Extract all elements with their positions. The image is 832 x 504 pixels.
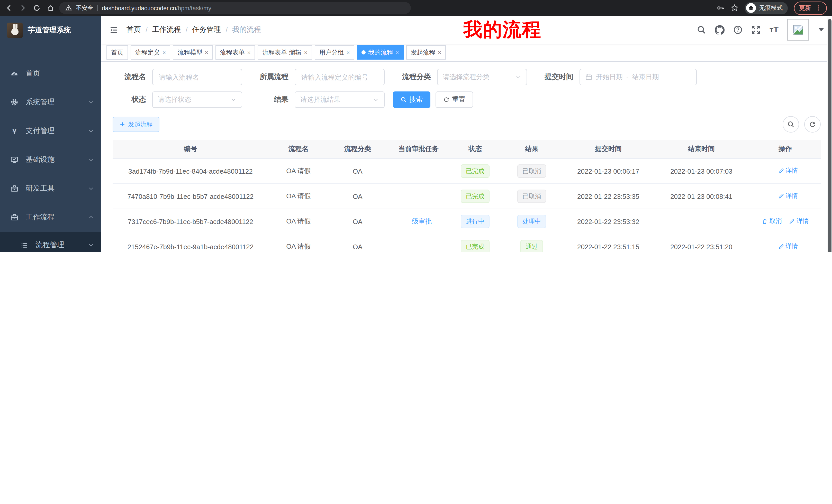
cell-end-time: 2022-01-22 23:51:20 [653, 234, 750, 252]
incognito-badge: 无痕模式 [745, 2, 788, 14]
sidebar-item-workflow[interactable]: 工作流程 [0, 203, 101, 232]
column-header: 提交时间 [564, 140, 653, 159]
process-name-input-field[interactable] [158, 73, 237, 81]
status-select[interactable]: 请选择状态 [152, 91, 242, 108]
breadcrumb-item[interactable]: 任务管理 [192, 25, 221, 34]
reset-button[interactable]: 重置 [436, 91, 473, 108]
process-def-input-field[interactable] [300, 73, 379, 81]
toggle-search-button[interactable] [783, 116, 799, 133]
table-row: 3ad174fb-7b9d-11ec-8404-acde48001122 OA … [113, 159, 821, 184]
close-icon[interactable] [304, 50, 308, 55]
column-header: 状态 [450, 140, 500, 159]
sidebar-item-process-mgmt[interactable]: 流程管理 [0, 232, 101, 252]
tab[interactable]: 流程模型 [173, 45, 213, 60]
fullscreen-icon[interactable] [752, 25, 761, 34]
help-icon[interactable] [733, 25, 743, 34]
close-icon[interactable] [247, 50, 251, 55]
close-icon[interactable] [395, 50, 399, 55]
tab[interactable]: 流程定义 [131, 45, 171, 60]
sidebar-item-system[interactable]: 系统管理 [0, 88, 101, 117]
browser-forward-icon[interactable] [19, 4, 27, 12]
detail-link[interactable]: 详情 [778, 192, 798, 201]
breadcrumb-item[interactable]: 首页 [127, 25, 141, 34]
process-def-input[interactable] [295, 69, 385, 85]
detail-link[interactable]: 详情 [778, 242, 798, 251]
cell-category: OA [329, 159, 387, 184]
category-select[interactable]: 请选择流程分类 [437, 69, 527, 85]
search-icon[interactable] [697, 25, 706, 34]
create-process-button[interactable]: 发起流程 [113, 117, 159, 132]
incognito-icon [748, 5, 754, 11]
browser-home-icon[interactable] [47, 4, 54, 12]
sidebar-item-home[interactable]: 首页 [0, 59, 101, 88]
update-label: 更新 [799, 4, 811, 12]
tab[interactable]: 发起流程 [406, 45, 446, 60]
status-badge: 已完成 [461, 190, 490, 203]
process-name-input[interactable] [152, 69, 242, 85]
browser-menu-icon[interactable] [815, 5, 822, 11]
annotation-title: 我的流程 [463, 17, 542, 43]
address-bar[interactable]: 不安全 dashboard.yudao.iocoder.cn/bpm/task/… [59, 2, 411, 14]
end-date-placeholder: 结束日期 [632, 73, 659, 82]
refresh-table-button[interactable] [804, 116, 821, 133]
browser-back-icon[interactable] [5, 4, 13, 12]
cancel-link-label: 取消 [770, 217, 782, 226]
chevron-up-icon [88, 214, 94, 220]
filter-category-label: 流程分类 [400, 73, 431, 82]
search-button[interactable]: 搜索 [393, 91, 431, 108]
update-button[interactable]: 更新 [794, 1, 827, 15]
current-task-link[interactable]: 一级审批 [405, 217, 432, 225]
start-date-placeholder: 开始日期 [596, 73, 623, 82]
not-secure-icon [65, 5, 72, 11]
close-icon[interactable] [205, 50, 208, 55]
detail-link-label: 详情 [785, 167, 798, 175]
tab-label: 首页 [111, 48, 123, 57]
date-range-picker[interactable]: 开始日期 - 结束日期 [579, 69, 697, 85]
window-scrollbar[interactable] [827, 16, 832, 252]
refresh-icon [443, 96, 449, 103]
url-path: /bpm/task/my [176, 5, 211, 11]
chevron-down-icon [88, 242, 94, 248]
scrollbar-thumb[interactable] [828, 19, 831, 252]
breadcrumb-item[interactable]: 工作流程 [152, 25, 181, 34]
avatar[interactable] [787, 19, 809, 40]
toolbox-icon [10, 185, 19, 193]
tab[interactable]: 用户分组 [315, 45, 355, 60]
sidebar-item-devtools[interactable]: 研发工具 [0, 174, 101, 203]
browser-reload-icon[interactable] [33, 4, 41, 12]
chevron-down-icon [88, 99, 94, 105]
column-header: 编号 [113, 140, 268, 159]
close-icon[interactable] [162, 50, 166, 55]
close-icon[interactable] [346, 50, 350, 55]
result-select[interactable]: 请选择流结果 [295, 91, 385, 108]
cell-process-name: OA 请假 [268, 159, 329, 184]
chevron-down-icon [515, 74, 521, 80]
sidebar-item-label: 基础设施 [26, 155, 54, 164]
select-placeholder: 请选择状态 [158, 95, 191, 104]
tab[interactable]: 流程表单-编辑 [258, 45, 312, 60]
column-header: 流程分类 [329, 140, 387, 159]
font-size-icon[interactable]: ᴛT [770, 25, 779, 34]
github-icon[interactable] [715, 25, 725, 35]
avatar-caret-icon[interactable] [818, 28, 824, 31]
detail-link[interactable]: 详情 [778, 167, 798, 175]
detail-link[interactable]: 详情 [789, 217, 809, 226]
tab[interactable]: 流程表单 [215, 45, 255, 60]
status-badge: 进行中 [461, 215, 490, 228]
sidebar-item-infra[interactable]: 基础设施 [0, 145, 101, 174]
app-logo[interactable]: 芋道管理系统 [0, 16, 101, 45]
chevron-down-icon [88, 157, 94, 163]
column-header: 结果 [500, 140, 564, 159]
close-icon[interactable] [438, 50, 441, 55]
app-title: 芋道管理系统 [28, 26, 71, 35]
active-dot-icon [362, 50, 366, 54]
sidebar-collapse-icon[interactable] [109, 25, 118, 34]
key-icon[interactable] [717, 4, 725, 12]
tab[interactable]: 首页 [106, 45, 128, 60]
tab-label: 流程表单 [220, 48, 245, 57]
sidebar-item-payment[interactable]: ¥ 支付管理 [0, 117, 101, 145]
tab-label: 我的流程 [368, 48, 393, 57]
tab[interactable]: 我的流程 [357, 45, 404, 60]
cancel-link[interactable]: 取消 [762, 217, 782, 226]
bookmark-star-icon[interactable] [731, 4, 738, 12]
